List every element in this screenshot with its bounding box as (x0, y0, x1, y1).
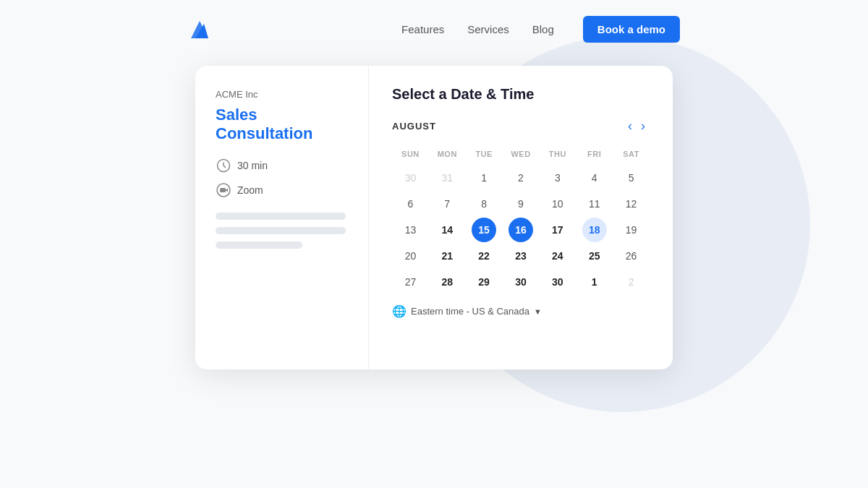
day-cell[interactable]: 7 (435, 192, 459, 216)
day-cell: 2 (619, 270, 644, 294)
timezone-label: Eastern time - US & Canada (411, 306, 529, 317)
nav-features[interactable]: Features (401, 23, 444, 35)
book-demo-button[interactable]: Book a demo (583, 16, 680, 43)
chevron-down-icon: ▼ (534, 307, 542, 316)
company-name: ACME Inc (216, 89, 348, 100)
navbar: Features Services Blog Book a demo (0, 0, 868, 59)
day-cell[interactable]: 21 (435, 244, 459, 268)
day-cell[interactable]: 3 (545, 166, 570, 190)
day-cell[interactable]: 24 (545, 244, 570, 268)
day-cell[interactable]: 8 (472, 192, 496, 216)
day-cell[interactable]: 13 (398, 218, 422, 242)
skeleton-line-1 (216, 213, 346, 220)
day-cell[interactable]: 20 (398, 244, 422, 268)
skeleton-line-2 (216, 227, 346, 234)
day-cell[interactable]: 9 (509, 192, 533, 216)
day-cell[interactable]: 5 (619, 166, 644, 190)
day-cell[interactable]: 30 (509, 270, 533, 294)
day-cell[interactable]: 4 (582, 166, 607, 190)
day-cell[interactable]: 25 (582, 244, 607, 268)
next-month-button[interactable]: › (637, 117, 650, 135)
day-header-fri: FRI (576, 147, 613, 161)
nav-links: Features Services Blog Book a demo (401, 16, 680, 43)
day-cell[interactable]: 2 (509, 166, 533, 190)
days-grid: 3031123456789101112131415161718192021222… (392, 166, 650, 294)
day-header-mon: MON (429, 147, 466, 161)
day-cell[interactable]: 15 (472, 218, 496, 242)
day-header-sun: SUN (392, 147, 429, 161)
day-cell[interactable]: 29 (472, 270, 496, 294)
duration-detail: 30 min (216, 158, 348, 174)
zoom-icon (216, 182, 231, 198)
day-header-wed: WED (503, 147, 540, 161)
platform-label: Zoom (237, 184, 263, 196)
day-cell[interactable]: 19 (619, 218, 644, 242)
day-cell[interactable]: 6 (398, 192, 422, 216)
day-header-thu: THU (539, 147, 576, 161)
clock-icon (216, 158, 231, 174)
day-cell[interactable]: 12 (619, 192, 644, 216)
day-cell[interactable]: 17 (545, 218, 570, 242)
calendar: AUGUST ‹ › SUN MON TUE WED THU FRI SAT 3… (392, 117, 650, 294)
duration-label: 30 min (237, 160, 268, 171)
prev-month-button[interactable]: ‹ (624, 117, 637, 135)
day-cell[interactable]: 10 (545, 192, 570, 216)
day-header-tue: TUE (466, 147, 503, 161)
left-panel: ACME Inc Sales Consultation 30 min (195, 66, 369, 369)
day-header-sat: SAT (613, 147, 650, 161)
day-cell[interactable]: 22 (472, 244, 496, 268)
booking-card: ACME Inc Sales Consultation 30 min (195, 66, 673, 369)
day-cell[interactable]: 14 (435, 218, 459, 242)
day-cell: 31 (435, 166, 459, 190)
day-cell[interactable]: 18 (582, 218, 607, 242)
day-cell[interactable]: 23 (509, 244, 533, 268)
day-cell: 30 (398, 166, 422, 190)
day-cell[interactable]: 26 (619, 244, 644, 268)
day-cell[interactable]: 1 (472, 166, 496, 190)
day-cell[interactable]: 30 (545, 270, 570, 294)
logo (188, 18, 211, 41)
day-headers: SUN MON TUE WED THU FRI SAT (392, 147, 650, 161)
day-cell[interactable]: 16 (509, 218, 533, 242)
day-cell[interactable]: 27 (398, 270, 422, 294)
nav-blog[interactable]: Blog (532, 23, 554, 35)
skeleton-line-3 (216, 241, 302, 249)
day-cell[interactable]: 11 (582, 192, 607, 216)
platform-detail: Zoom (216, 182, 348, 198)
globe-icon: 🌐 (392, 304, 407, 318)
section-title: Select a Date & Time (392, 86, 650, 103)
main-content: ACME Inc Sales Consultation 30 min (0, 66, 868, 369)
svg-rect-4 (220, 188, 226, 192)
right-panel: Select a Date & Time AUGUST ‹ › SUN MON … (369, 66, 673, 369)
day-cell[interactable]: 28 (435, 270, 459, 294)
nav-services[interactable]: Services (467, 23, 509, 35)
timezone-row[interactable]: 🌐 Eastern time - US & Canada ▼ (392, 304, 650, 318)
day-cell[interactable]: 1 (582, 270, 607, 294)
meeting-title: Sales Consultation (216, 106, 348, 143)
calendar-header: AUGUST ‹ › (392, 117, 650, 135)
month-label: AUGUST (392, 121, 624, 132)
